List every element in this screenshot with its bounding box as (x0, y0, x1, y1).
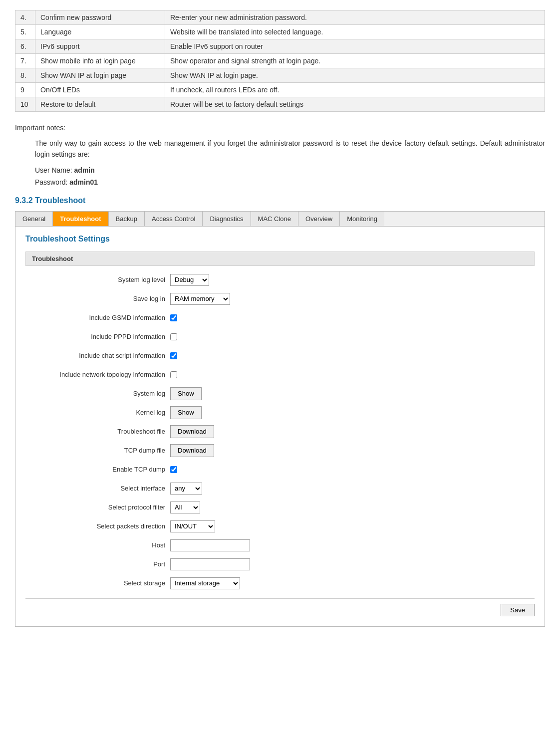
system-log-level-select[interactable]: DebugInfoNoticeWarningError (170, 274, 209, 286)
username-label: User Name: (35, 166, 74, 174)
row-num: 7. (15, 54, 35, 68)
row-label: Show WAN IP at login page (35, 68, 165, 83)
tab-diagnostics[interactable]: Diagnostics (203, 212, 251, 226)
row-num: 6. (15, 39, 35, 54)
table-row: 5.LanguageWebsite will be translated int… (15, 25, 545, 39)
select-interface-row: Select interface anyeth0wlan0 (30, 482, 530, 496)
system-log-show-button[interactable]: Show (170, 387, 202, 400)
enable-tcp-dump-row: Enable TCP dump (30, 463, 530, 477)
include-gsmd-label: Include GSMD information (30, 314, 170, 321)
main-panel: Troubleshoot Settings Troubleshoot Syste… (15, 226, 545, 627)
select-protocol-row: Select protocol filter AllTCPUDPICMP (30, 501, 530, 514)
tcp-dump-file-control: Download (170, 444, 214, 457)
section-bar: Troubleshoot (25, 251, 535, 266)
include-network-control (170, 371, 177, 378)
table-row: 6.IPv6 supportEnable IPv6 support on rou… (15, 39, 545, 54)
troubleshoot-file-control: Download (170, 425, 214, 438)
include-gsmd-control (170, 314, 177, 321)
select-storage-row: Select storage Internal storageUSB (30, 576, 530, 590)
kernel-log-label: Kernel log (30, 409, 170, 416)
select-protocol-select[interactable]: AllTCPUDPICMP (170, 501, 200, 513)
troubleshoot-file-download-button[interactable]: Download (170, 425, 214, 438)
row-num: 8. (15, 68, 35, 83)
tab-mac-clone[interactable]: MAC Clone (251, 212, 298, 226)
port-row: Port (30, 557, 530, 571)
troubleshoot-file-row: Troubleshoot file Download (30, 425, 530, 439)
notes-title: Important notes: (15, 124, 545, 132)
kernel-log-control: Show (170, 406, 202, 419)
include-network-checkbox[interactable] (170, 371, 177, 378)
port-label: Port (30, 560, 170, 568)
select-packets-select[interactable]: IN/OUTINOUT (170, 520, 215, 532)
tcp-dump-file-label: TCP dump file (30, 447, 170, 454)
tab-backup[interactable]: Backup (109, 212, 145, 226)
host-input[interactable] (170, 539, 250, 551)
row-num: 5. (15, 25, 35, 39)
save-log-in-row: Save log in RAM memoryFlash memory (30, 292, 530, 306)
username-line: User Name: admin (35, 166, 545, 174)
system-log-control: Show (170, 387, 202, 400)
settings-table: 4.Confirm new passwordRe-enter your new … (15, 10, 545, 112)
notes-paragraph: The only way to gain access to the web m… (35, 138, 545, 160)
save-log-in-control: RAM memoryFlash memory (170, 293, 230, 305)
tab-overview[interactable]: Overview (298, 212, 340, 226)
include-chat-label: Include chat script information (30, 352, 170, 359)
tab-bar: GeneralTroubleshootBackupAccess ControlD… (15, 211, 545, 226)
include-pppd-row: Include PPPD information (30, 330, 530, 344)
include-network-label: Include network topology information (30, 371, 170, 378)
row-desc: Router will be set to factory default se… (165, 97, 545, 112)
tab-troubleshoot[interactable]: Troubleshoot (53, 212, 108, 226)
include-gsmd-checkbox[interactable] (170, 314, 177, 321)
enable-tcp-dump-label: Enable TCP dump (30, 466, 170, 473)
row-label: Restore to default (35, 97, 165, 112)
panel-title: Troubleshoot Settings (25, 235, 535, 244)
select-packets-control: IN/OUTINOUT (170, 520, 215, 532)
include-pppd-checkbox[interactable] (170, 333, 177, 340)
row-label: Language (35, 25, 165, 39)
row-label: Show mobile info at login page (35, 54, 165, 68)
save-button[interactable]: Save (501, 604, 535, 616)
row-label: Confirm new password (35, 10, 165, 25)
row-num: 9 (15, 83, 35, 97)
table-row: 9On/Off LEDsIf uncheck, all routers LEDs… (15, 83, 545, 97)
important-notes: Important notes: The only way to gain ac… (15, 124, 545, 186)
port-control (170, 558, 250, 570)
row-num: 10 (15, 97, 35, 112)
row-desc: Show WAN IP at login page. (165, 68, 545, 83)
select-protocol-control: AllTCPUDPICMP (170, 501, 200, 513)
include-chat-checkbox[interactable] (170, 352, 177, 359)
tcp-dump-file-row: TCP dump file Download (30, 444, 530, 458)
row-desc: Enable IPv6 support on router (165, 39, 545, 54)
tab-access-control[interactable]: Access Control (145, 212, 203, 226)
enable-tcp-dump-checkbox[interactable] (170, 466, 177, 473)
table-row: 4.Confirm new passwordRe-enter your new … (15, 10, 545, 25)
row-desc: Re-enter your new administration passwor… (165, 10, 545, 25)
row-num: 4. (15, 10, 35, 25)
tab-general[interactable]: General (15, 212, 53, 226)
host-row: Host (30, 538, 530, 552)
system-log-level-row: System log level DebugInfoNoticeWarningE… (30, 273, 530, 287)
select-protocol-label: Select protocol filter (30, 503, 170, 511)
system-log-level-label: System log level (30, 276, 170, 283)
row-label: IPv6 support (35, 39, 165, 54)
password-label: Password: (35, 178, 69, 186)
select-interface-label: Select interface (30, 485, 170, 492)
kernel-log-row: Kernel log Show (30, 406, 530, 420)
kernel-log-show-button[interactable]: Show (170, 406, 202, 419)
save-log-in-label: Save log in (30, 295, 170, 302)
save-log-in-select[interactable]: RAM memoryFlash memory (170, 293, 230, 305)
select-storage-label: Select storage (30, 579, 170, 587)
select-interface-select[interactable]: anyeth0wlan0 (170, 483, 202, 495)
table-row: 10Restore to defaultRouter will be set t… (15, 97, 545, 112)
host-label: Host (30, 541, 170, 549)
tcp-dump-file-download-button[interactable]: Download (170, 444, 214, 457)
row-desc: Show operator and signal strength at log… (165, 54, 545, 68)
table-row: 8.Show WAN IP at login pageShow WAN IP a… (15, 68, 545, 83)
select-storage-select[interactable]: Internal storageUSB (170, 577, 240, 589)
password-value: admin01 (69, 178, 98, 186)
enable-tcp-dump-control (170, 466, 177, 473)
tab-monitoring[interactable]: Monitoring (340, 212, 384, 226)
port-input[interactable] (170, 558, 250, 570)
row-label: On/Off LEDs (35, 83, 165, 97)
form-area: System log level DebugInfoNoticeWarningE… (25, 273, 535, 590)
